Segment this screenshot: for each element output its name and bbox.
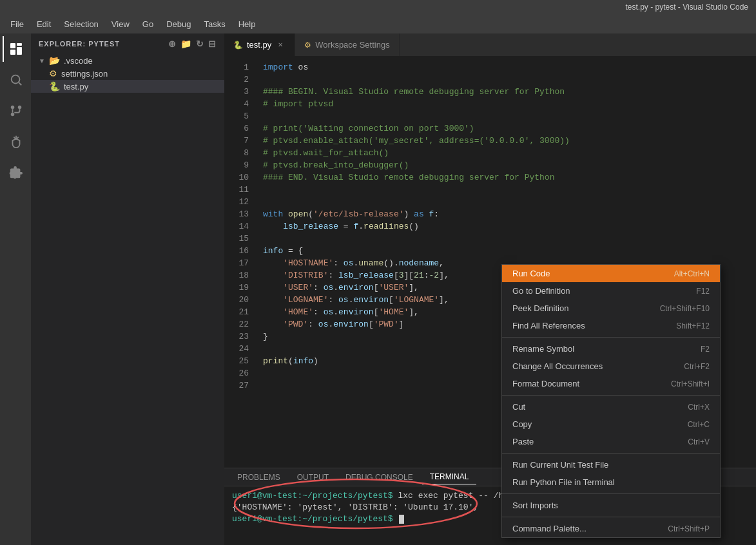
sidebar-title: EXPLORER: PYTEST	[39, 40, 120, 48]
new-folder-icon[interactable]: 📁	[180, 39, 192, 49]
ctx-separator-5	[502, 517, 720, 517]
ctx-cut-label: Cut	[512, 402, 525, 412]
refresh-icon[interactable]: ↻	[196, 39, 204, 49]
svg-point-8	[11, 106, 15, 110]
py-tab-icon: 🐍	[233, 41, 243, 50]
svg-rect-0	[10, 43, 15, 48]
menu-view[interactable]: View	[106, 17, 135, 32]
menu-edit[interactable]: Edit	[32, 17, 56, 32]
ctx-sort-imports-label: Sort Imports	[512, 501, 558, 510]
ctx-cut[interactable]: Cut Ctrl+X	[502, 398, 720, 416]
collapse-icon[interactable]: ⊟	[208, 39, 217, 49]
svg-rect-3	[17, 47, 22, 55]
ctx-format-document-shortcut: Ctrl+Shift+I	[671, 379, 710, 388]
tab-testpy-close[interactable]: ✕	[275, 40, 286, 50]
tab-problems[interactable]: PROBLEMS	[229, 470, 288, 484]
chevron-down-icon: ▼	[39, 57, 45, 64]
ctx-format-document-label: Format Document	[512, 379, 579, 388]
tree-item-vscode[interactable]: ▼ 📂 .vscode	[31, 54, 224, 67]
svg-point-4	[12, 75, 20, 84]
ctx-run-code-shortcut: Alt+Ctrl+N	[674, 269, 710, 278]
menu-debug[interactable]: Debug	[161, 17, 196, 32]
ctx-run-code[interactable]: Run Code Alt+Ctrl+N	[502, 265, 720, 282]
ctx-change-all-occurrences[interactable]: Change All Occurrences Ctrl+F2	[502, 358, 720, 375]
svg-point-7	[18, 106, 22, 110]
svg-line-5	[19, 82, 21, 85]
search-activity-icon[interactable]	[3, 67, 28, 93]
ctx-peek-definition[interactable]: Peek Definition Ctrl+Shift+F10	[502, 300, 720, 317]
titlebar-text: test.py - pytest - Visual Studio Code	[625, 3, 748, 12]
ctx-change-all-occurrences-shortcut: Ctrl+F2	[684, 362, 710, 371]
folder-icon: 📂	[49, 55, 60, 66]
ctx-run-code-label: Run Code	[512, 269, 550, 278]
sidebar-header: EXPLORER: PYTEST ⊕ 📁 ↻ ⊟	[31, 33, 224, 54]
svg-rect-1	[17, 43, 22, 46]
tab-debug-console[interactable]: DEBUG CONSOLE	[338, 470, 421, 484]
ctx-peek-definition-label: Peek Definition	[512, 303, 568, 313]
ctx-separator-4	[502, 493, 720, 494]
testpy-label: test.py	[64, 82, 88, 91]
activitybar	[0, 33, 31, 545]
ctx-sort-imports[interactable]: Sort Imports	[502, 497, 720, 514]
explorer-activity-icon[interactable]	[3, 36, 28, 62]
new-file-icon[interactable]: ⊕	[168, 39, 177, 49]
ctx-find-all-references-shortcut: Shift+F12	[676, 321, 710, 330]
ctx-run-unit-test[interactable]: Run Current Unit Test File	[502, 456, 720, 473]
ctx-rename-symbol-label: Rename Symbol	[512, 344, 574, 354]
ctx-find-all-references[interactable]: Find All References Shift+F12	[502, 317, 720, 334]
ctx-copy[interactable]: Copy Ctrl+C	[502, 416, 720, 433]
terminal-cursor	[399, 515, 404, 524]
ctx-command-palette-shortcut: Ctrl+Shift+P	[668, 524, 710, 533]
menu-tasks[interactable]: Tasks	[199, 17, 230, 32]
settings-tab-icon: ⚙	[304, 41, 311, 50]
ctx-rename-symbol-shortcut: F2	[701, 345, 710, 354]
line-numbers: 12345 678910 1112131415 1617181920 21222…	[224, 56, 255, 468]
tab-testpy-label: test.py	[247, 40, 271, 50]
ctx-cut-shortcut: Ctrl+X	[688, 403, 710, 412]
menu-selection[interactable]: Selection	[59, 17, 103, 32]
ctx-separator-3	[502, 453, 720, 454]
source-control-activity-icon[interactable]	[3, 98, 28, 124]
ctx-goto-definition[interactable]: Go to Definition F12	[502, 282, 720, 300]
tab-output[interactable]: OUTPUT	[289, 470, 336, 484]
menu-file[interactable]: File	[5, 17, 29, 32]
folder-label: .vscode	[64, 56, 93, 66]
ctx-command-palette-label: Command Palette...	[512, 524, 586, 533]
ctx-format-document[interactable]: Format Document Ctrl+Shift+I	[502, 375, 720, 392]
ctx-run-unit-test-label: Run Current Unit Test File	[512, 460, 608, 470]
editor-tabs: 🐍 test.py ✕ ⚙ Workspace Settings	[224, 33, 756, 56]
tab-terminal[interactable]: TERMINAL	[422, 470, 477, 484]
menu-help[interactable]: Help	[233, 17, 261, 32]
ctx-find-all-references-label: Find All References	[512, 321, 585, 330]
ctx-separator-2	[502, 395, 720, 396]
sidebar-actions: ⊕ 📁 ↻ ⊟	[168, 39, 217, 49]
extensions-activity-icon[interactable]	[3, 160, 28, 186]
titlebar: test.py - pytest - Visual Studio Code	[0, 0, 756, 14]
terminal-prompt-1: user1@vm-test:~/projects/pytest$	[232, 491, 393, 501]
tree-item-settings[interactable]: ⚙ settings.json	[31, 67, 224, 80]
settings-label: settings.json	[61, 69, 108, 79]
ctx-run-python-terminal[interactable]: Run Python File in Terminal	[502, 473, 720, 491]
ctx-command-palette[interactable]: Command Palette... Ctrl+Shift+P	[502, 520, 720, 537]
tab-testpy[interactable]: 🐍 test.py ✕	[224, 33, 295, 56]
menubar: File Edit Selection View Go Debug Tasks …	[0, 14, 756, 33]
tree-item-testpy[interactable]: 🐍 test.py	[31, 80, 224, 93]
debug-activity-icon[interactable]	[3, 129, 28, 155]
menu-go[interactable]: Go	[137, 17, 159, 32]
ctx-copy-shortcut: Ctrl+C	[688, 420, 710, 429]
svg-rect-2	[10, 50, 15, 55]
context-menu: Run Code Alt+Ctrl+N Go to Definition F12…	[501, 264, 721, 538]
ctx-paste-shortcut: Ctrl+V	[688, 437, 710, 446]
tab-workspace-settings[interactable]: ⚙ Workspace Settings	[295, 33, 399, 56]
terminal-prompt-2: user1@vm-test:~/projects/pytest$	[232, 514, 393, 524]
json-file-icon: ⚙	[49, 68, 57, 79]
ctx-separator-1	[502, 337, 720, 338]
svg-point-6	[11, 113, 15, 117]
tab-workspace-label: Workspace Settings	[315, 40, 389, 50]
ctx-change-all-occurrences-label: Change All Occurrences	[512, 361, 603, 371]
ctx-run-python-terminal-label: Run Python File in Terminal	[512, 477, 615, 487]
ctx-goto-definition-label: Go to Definition	[512, 286, 570, 296]
ctx-rename-symbol[interactable]: Rename Symbol F2	[502, 340, 720, 358]
ctx-paste[interactable]: Paste Ctrl+V	[502, 433, 720, 450]
ctx-paste-label: Paste	[512, 437, 534, 446]
